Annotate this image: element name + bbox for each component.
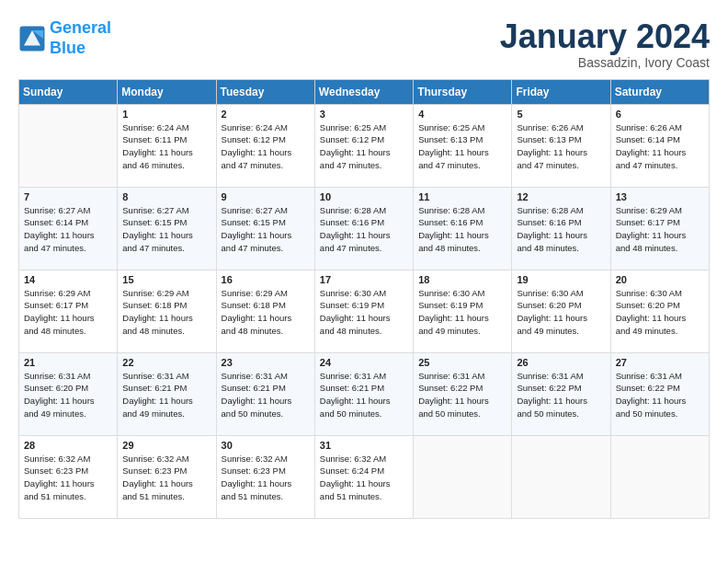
- calendar-cell: 8Sunrise: 6:27 AMSunset: 6:15 PMDaylight…: [118, 187, 216, 270]
- day-number: 2: [222, 109, 310, 120]
- header-friday: Friday: [512, 79, 610, 104]
- day-number: 28: [24, 440, 112, 451]
- calendar-cell: 13Sunrise: 6:29 AMSunset: 6:17 PMDayligh…: [610, 187, 709, 270]
- page-header: General Blue January 2024 Bassadzin, Ivo…: [18, 18, 710, 70]
- header-sunday: Sunday: [19, 79, 118, 104]
- day-info: Sunrise: 6:26 AMSunset: 6:13 PMDaylight:…: [517, 121, 605, 172]
- day-number: 1: [122, 109, 210, 120]
- day-info: Sunrise: 6:24 AMSunset: 6:11 PMDaylight:…: [122, 121, 210, 172]
- calendar-cell: 31Sunrise: 6:32 AMSunset: 6:24 PMDayligh…: [314, 435, 413, 518]
- day-number: 11: [418, 191, 506, 202]
- calendar-cell: [414, 435, 512, 518]
- logo: General Blue: [18, 18, 111, 58]
- location-subtitle: Bassadzin, Ivory Coast: [500, 55, 710, 70]
- day-number: 4: [418, 109, 506, 120]
- day-info: Sunrise: 6:31 AMSunset: 6:21 PMDaylight:…: [122, 370, 210, 420]
- calendar-header-row: SundayMondayTuesdayWednesdayThursdayFrid…: [19, 79, 710, 104]
- day-info: Sunrise: 6:31 AMSunset: 6:21 PMDaylight:…: [320, 370, 408, 420]
- logo-icon: [18, 25, 46, 52]
- day-info: Sunrise: 6:29 AMSunset: 6:17 PMDaylight:…: [616, 204, 704, 255]
- calendar-cell: 19Sunrise: 6:30 AMSunset: 6:20 PMDayligh…: [512, 270, 610, 352]
- calendar-cell: 17Sunrise: 6:30 AMSunset: 6:19 PMDayligh…: [314, 270, 413, 352]
- calendar-cell: 14Sunrise: 6:29 AMSunset: 6:17 PMDayligh…: [19, 270, 118, 352]
- month-title: January 2024: [500, 18, 710, 55]
- day-info: Sunrise: 6:31 AMSunset: 6:22 PMDaylight:…: [616, 370, 704, 420]
- title-block: January 2024 Bassadzin, Ivory Coast: [500, 18, 710, 70]
- day-number: 30: [222, 440, 310, 451]
- day-info: Sunrise: 6:32 AMSunset: 6:23 PMDaylight:…: [122, 453, 210, 503]
- calendar-week-row: 28Sunrise: 6:32 AMSunset: 6:23 PMDayligh…: [19, 435, 710, 518]
- calendar-cell: [512, 435, 610, 518]
- day-number: 20: [616, 274, 704, 285]
- day-info: Sunrise: 6:29 AMSunset: 6:18 PMDaylight:…: [122, 287, 210, 338]
- day-number: 29: [122, 440, 210, 451]
- calendar-cell: [19, 104, 118, 187]
- calendar-cell: 10Sunrise: 6:28 AMSunset: 6:16 PMDayligh…: [314, 187, 413, 270]
- calendar-cell: 20Sunrise: 6:30 AMSunset: 6:20 PMDayligh…: [610, 270, 709, 352]
- day-number: 23: [222, 357, 310, 368]
- day-info: Sunrise: 6:31 AMSunset: 6:22 PMDaylight:…: [418, 370, 506, 420]
- calendar-cell: 5Sunrise: 6:26 AMSunset: 6:13 PMDaylight…: [512, 104, 610, 187]
- calendar-cell: 21Sunrise: 6:31 AMSunset: 6:20 PMDayligh…: [19, 352, 118, 435]
- logo-text: General Blue: [50, 18, 111, 58]
- calendar-cell: 26Sunrise: 6:31 AMSunset: 6:22 PMDayligh…: [512, 352, 610, 435]
- day-info: Sunrise: 6:27 AMSunset: 6:15 PMDaylight:…: [122, 204, 210, 255]
- calendar-cell: 3Sunrise: 6:25 AMSunset: 6:12 PMDaylight…: [314, 104, 413, 187]
- calendar-cell: 9Sunrise: 6:27 AMSunset: 6:15 PMDaylight…: [216, 187, 314, 270]
- day-number: 15: [122, 274, 210, 285]
- day-info: Sunrise: 6:28 AMSunset: 6:16 PMDaylight:…: [517, 204, 605, 255]
- day-number: 8: [122, 191, 210, 202]
- day-number: 7: [24, 191, 112, 202]
- calendar-cell: 2Sunrise: 6:24 AMSunset: 6:12 PMDaylight…: [216, 104, 314, 187]
- calendar-cell: 27Sunrise: 6:31 AMSunset: 6:22 PMDayligh…: [610, 352, 709, 435]
- calendar-cell: 22Sunrise: 6:31 AMSunset: 6:21 PMDayligh…: [118, 352, 216, 435]
- day-number: 10: [320, 191, 408, 202]
- day-number: 19: [517, 274, 605, 285]
- day-info: Sunrise: 6:30 AMSunset: 6:19 PMDaylight:…: [320, 287, 408, 338]
- day-number: 5: [517, 109, 605, 120]
- calendar-cell: 28Sunrise: 6:32 AMSunset: 6:23 PMDayligh…: [19, 435, 118, 518]
- calendar-cell: 23Sunrise: 6:31 AMSunset: 6:21 PMDayligh…: [216, 352, 314, 435]
- day-info: Sunrise: 6:30 AMSunset: 6:20 PMDaylight:…: [517, 287, 605, 338]
- day-info: Sunrise: 6:32 AMSunset: 6:23 PMDaylight:…: [24, 453, 112, 503]
- day-number: 21: [24, 357, 112, 368]
- day-info: Sunrise: 6:29 AMSunset: 6:17 PMDaylight:…: [24, 287, 112, 338]
- day-number: 31: [320, 440, 408, 451]
- calendar-cell: 29Sunrise: 6:32 AMSunset: 6:23 PMDayligh…: [118, 435, 216, 518]
- day-info: Sunrise: 6:28 AMSunset: 6:16 PMDaylight:…: [320, 204, 408, 255]
- day-number: 24: [320, 357, 408, 368]
- day-number: 18: [418, 274, 506, 285]
- header-monday: Monday: [118, 79, 216, 104]
- calendar-cell: 12Sunrise: 6:28 AMSunset: 6:16 PMDayligh…: [512, 187, 610, 270]
- day-number: 25: [418, 357, 506, 368]
- day-info: Sunrise: 6:28 AMSunset: 6:16 PMDaylight:…: [418, 204, 506, 255]
- header-tuesday: Tuesday: [216, 79, 314, 104]
- calendar-cell: 1Sunrise: 6:24 AMSunset: 6:11 PMDaylight…: [118, 104, 216, 187]
- day-number: 13: [616, 191, 704, 202]
- day-info: Sunrise: 6:27 AMSunset: 6:15 PMDaylight:…: [222, 204, 310, 255]
- calendar-cell: 30Sunrise: 6:32 AMSunset: 6:23 PMDayligh…: [216, 435, 314, 518]
- calendar-cell: 18Sunrise: 6:30 AMSunset: 6:19 PMDayligh…: [414, 270, 512, 352]
- day-info: Sunrise: 6:31 AMSunset: 6:20 PMDaylight:…: [24, 370, 112, 420]
- day-info: Sunrise: 6:29 AMSunset: 6:18 PMDaylight:…: [222, 287, 310, 338]
- day-number: 14: [24, 274, 112, 285]
- calendar-cell: 25Sunrise: 6:31 AMSunset: 6:22 PMDayligh…: [414, 352, 512, 435]
- day-number: 27: [616, 357, 704, 368]
- day-info: Sunrise: 6:32 AMSunset: 6:24 PMDaylight:…: [320, 453, 408, 503]
- day-info: Sunrise: 6:25 AMSunset: 6:12 PMDaylight:…: [320, 121, 408, 172]
- header-wednesday: Wednesday: [314, 79, 413, 104]
- day-number: 22: [122, 357, 210, 368]
- day-number: 9: [222, 191, 310, 202]
- calendar-cell: 15Sunrise: 6:29 AMSunset: 6:18 PMDayligh…: [118, 270, 216, 352]
- day-number: 6: [616, 109, 704, 120]
- day-info: Sunrise: 6:31 AMSunset: 6:21 PMDaylight:…: [222, 370, 310, 420]
- calendar-week-row: 21Sunrise: 6:31 AMSunset: 6:20 PMDayligh…: [19, 352, 710, 435]
- calendar-week-row: 14Sunrise: 6:29 AMSunset: 6:17 PMDayligh…: [19, 270, 710, 352]
- day-number: 26: [517, 357, 605, 368]
- day-info: Sunrise: 6:31 AMSunset: 6:22 PMDaylight:…: [517, 370, 605, 420]
- day-info: Sunrise: 6:24 AMSunset: 6:12 PMDaylight:…: [222, 121, 310, 172]
- calendar-cell: 7Sunrise: 6:27 AMSunset: 6:14 PMDaylight…: [19, 187, 118, 270]
- header-thursday: Thursday: [414, 79, 512, 104]
- calendar-cell: 6Sunrise: 6:26 AMSunset: 6:14 PMDaylight…: [610, 104, 709, 187]
- calendar-cell: 16Sunrise: 6:29 AMSunset: 6:18 PMDayligh…: [216, 270, 314, 352]
